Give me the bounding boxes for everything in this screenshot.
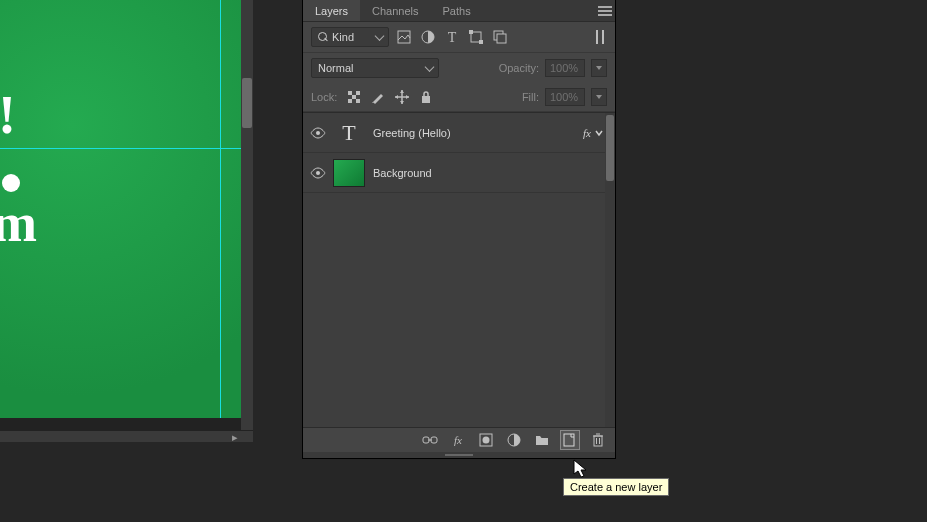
opacity-arrow-button[interactable] — [591, 59, 607, 77]
scrollbar-thumb[interactable] — [606, 115, 614, 181]
svg-point-14 — [316, 131, 320, 135]
layer-effects-label[interactable]: fx — [583, 127, 591, 139]
layer-row[interactable]: Background — [303, 153, 605, 193]
svg-rect-12 — [356, 99, 360, 103]
delete-layer-button[interactable] — [589, 431, 607, 449]
svg-rect-13 — [422, 96, 430, 103]
canvas-scrollbar-vertical[interactable] — [241, 0, 253, 430]
adjustment-layer-button[interactable] — [505, 431, 523, 449]
svg-rect-0 — [398, 31, 410, 43]
blend-row: Normal Opacity: 100% — [303, 53, 615, 83]
opacity-label: Opacity: — [499, 62, 539, 74]
hamburger-icon — [598, 6, 612, 16]
layer-mask-button[interactable] — [477, 431, 495, 449]
blend-mode-value: Normal — [318, 62, 353, 74]
svg-rect-5 — [479, 40, 483, 44]
layer-name[interactable]: Greeting (Hello) — [373, 127, 583, 139]
lock-row: Lock: Fill: 100% — [303, 83, 615, 112]
filter-shape-icon[interactable] — [467, 28, 485, 46]
tab-channels[interactable]: Channels — [360, 0, 430, 21]
layer-row[interactable]: T Greeting (Hello) fx — [303, 113, 605, 153]
link-layers-button[interactable] — [421, 431, 439, 449]
filter-type-icon[interactable]: T — [443, 28, 461, 46]
layer-name[interactable]: Background — [373, 167, 605, 179]
svg-point-20 — [483, 437, 490, 444]
canvas-text-m: m — [0, 196, 37, 250]
tab-layers[interactable]: Layers — [303, 0, 360, 21]
scroll-right-arrow[interactable]: ▸ — [229, 431, 241, 443]
lock-transparent-icon[interactable] — [345, 88, 363, 106]
layers-panel: Layers Channels Paths Kind T Norma — [302, 0, 616, 459]
canvas[interactable]: ! m — [0, 0, 241, 418]
layer-list-scrollbar[interactable] — [605, 113, 615, 427]
layer-panel-bottom-bar: fx — [303, 428, 615, 452]
tooltip: Create a new layer — [563, 478, 669, 496]
filter-kind-label: Kind — [332, 31, 354, 43]
layer-style-button[interactable]: fx — [449, 431, 467, 449]
canvas-scrollbar-horizontal[interactable]: ▸ — [0, 430, 253, 442]
svg-rect-22 — [564, 434, 574, 446]
lock-label: Lock: — [311, 91, 337, 103]
svg-rect-8 — [348, 91, 352, 95]
canvas-dot — [2, 174, 20, 192]
canvas-text-exclaim: ! — [0, 88, 16, 142]
filter-adjustment-icon[interactable] — [419, 28, 437, 46]
svg-rect-11 — [348, 99, 352, 103]
blend-mode-select[interactable]: Normal — [311, 58, 439, 78]
tab-paths[interactable]: Paths — [431, 0, 483, 21]
fill-label: Fill: — [522, 91, 539, 103]
layer-filter-row: Kind T — [303, 22, 615, 53]
lock-position-icon[interactable] — [393, 88, 411, 106]
panel-resize-grip[interactable] — [303, 452, 615, 458]
svg-rect-7 — [497, 34, 506, 43]
fill-value[interactable]: 100% — [545, 88, 585, 106]
svg-rect-23 — [594, 436, 602, 446]
visibility-toggle[interactable] — [303, 127, 333, 139]
svg-rect-4 — [469, 30, 473, 34]
visibility-toggle[interactable] — [303, 167, 333, 179]
filter-pixel-icon[interactable] — [395, 28, 413, 46]
panel-menu-button[interactable] — [595, 0, 615, 21]
mouse-cursor-icon — [573, 459, 591, 479]
svg-point-15 — [316, 171, 320, 175]
new-group-button[interactable] — [533, 431, 551, 449]
new-layer-button[interactable] — [561, 431, 579, 449]
layer-list: T Greeting (Hello) fx Background — [303, 112, 615, 428]
svg-rect-9 — [356, 91, 360, 95]
guide-horizontal — [0, 148, 241, 149]
search-icon — [318, 32, 328, 42]
panel-tabs: Layers Channels Paths — [303, 0, 615, 22]
fill-arrow-button[interactable] — [591, 88, 607, 106]
filter-toggle-switch[interactable] — [593, 28, 607, 46]
svg-rect-10 — [352, 95, 356, 99]
effects-expand-icon[interactable] — [595, 127, 605, 139]
guide-vertical — [220, 0, 221, 418]
opacity-value[interactable]: 100% — [545, 59, 585, 77]
document-window: ! m — [0, 0, 253, 430]
filter-kind-select[interactable]: Kind — [311, 27, 389, 47]
svg-text:T: T — [448, 30, 457, 44]
lock-all-icon[interactable] — [417, 88, 435, 106]
layer-thumbnail — [333, 159, 365, 187]
filter-smartobject-icon[interactable] — [491, 28, 509, 46]
scrollbar-thumb[interactable] — [242, 78, 252, 128]
type-layer-thumbnail: T — [333, 118, 365, 148]
lock-paint-icon[interactable] — [369, 88, 387, 106]
